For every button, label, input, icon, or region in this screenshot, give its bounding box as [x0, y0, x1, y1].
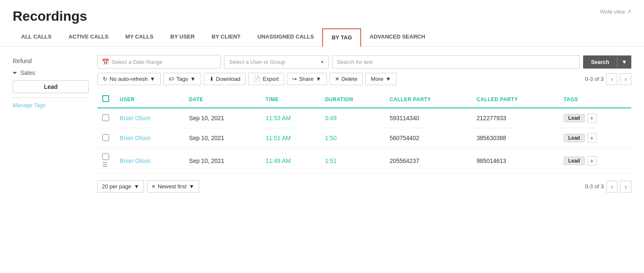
calendar-icon: 📅 [102, 58, 109, 65]
sort-icon: ≡ [152, 183, 155, 190]
tag-icon: 🏷 [169, 76, 174, 82]
share-dropdown-icon: ▼ [316, 76, 321, 82]
col-user: USER [115, 91, 184, 108]
row-duration-3: 1:51 [320, 148, 385, 174]
date-range-placeholder: Select a Date Range [112, 59, 162, 65]
row-user-1[interactable]: Brian Olson [115, 108, 184, 128]
tabs-bar: ALL CALLS ACTIVE CALLS MY CALLS BY USER … [0, 28, 644, 47]
prev-page-button[interactable]: ‹ [606, 73, 618, 85]
tag-badge-2: Lead [564, 134, 585, 142]
footer-count-label: 0-3 of 3 [585, 183, 604, 190]
row-called-party-1: 212277933 [471, 108, 559, 128]
more-button[interactable]: More ▼ [365, 73, 397, 85]
export-button[interactable]: 📄 Export [248, 73, 284, 85]
row-date-3: Sep 10, 2021 [184, 148, 260, 174]
row-caller-party-3: 205564237 [384, 148, 471, 174]
tab-all-calls[interactable]: ALL CALLS [13, 28, 60, 46]
row-duration-1: 0:49 [320, 108, 385, 128]
sidebar-item-sales[interactable]: Sales [13, 67, 89, 79]
manage-tags-link[interactable]: Manage Tags [13, 102, 89, 108]
row-date-2: Sep 10, 2021 [184, 128, 260, 148]
delete-button[interactable]: ✕ Delete [329, 73, 363, 85]
add-tag-button-1[interactable]: + [587, 113, 597, 123]
count-label: 0-3 of 3 [585, 76, 604, 82]
tags-dropdown-icon: ▼ [190, 76, 196, 82]
select-all-header[interactable] [97, 91, 115, 108]
col-caller-party: CALLER PARTY [384, 91, 471, 108]
tab-unassigned-calls[interactable]: UNASSIGNED CALLS [249, 28, 323, 46]
row-user-3[interactable]: Brian Olson [115, 148, 184, 174]
row-date-1: Sep 10, 2021 [184, 108, 260, 128]
download-label: Download [216, 76, 241, 82]
share-icon: ↪ [292, 76, 297, 82]
row-checkbox-cell[interactable] [97, 108, 115, 128]
tab-my-calls[interactable]: MY CALLS [117, 28, 162, 46]
row-time-3: 11:49 AM [260, 148, 320, 174]
download-button[interactable]: ⬇ Download [204, 73, 246, 85]
wide-view-toggle[interactable]: Wide view ↗ [600, 8, 631, 15]
tag-badge-3: Lead [564, 157, 585, 165]
per-page-label: 20 per page [102, 183, 131, 190]
content-area: Refund Sales Lead Manage Tags 📅 Select a… [0, 47, 644, 201]
transcript-icon: ☰ [102, 161, 108, 168]
filter-row: 📅 Select a Date Range Select a User or G… [97, 55, 631, 69]
wide-view-label: Wide view [600, 8, 625, 15]
sort-select[interactable]: ≡ Newest first ▼ [147, 180, 199, 193]
tags-label: Tags [176, 76, 188, 82]
delete-label: Delete [342, 76, 358, 82]
row-caller-party-1: 593114340 [384, 108, 471, 128]
search-dropdown-button[interactable]: ▼ [617, 55, 631, 69]
recordings-table: USER DATE TIME DURATION CALLER PARTY CAL… [97, 91, 631, 174]
expand-icon: ↗ [627, 8, 631, 15]
col-tags: TAGS [559, 91, 631, 108]
tab-by-user[interactable]: BY USER [162, 28, 203, 46]
tab-advanced-search[interactable]: ADVANCED SEARCH [361, 28, 433, 46]
export-label: Export [263, 76, 279, 82]
footer-next-page-button[interactable]: › [620, 181, 631, 193]
sidebar-sales-label: Sales [20, 69, 35, 76]
sort-label: Newest first [158, 183, 186, 190]
search-text-input[interactable]: Search for text [332, 55, 580, 69]
row-checkbox-cell[interactable] [97, 128, 115, 148]
add-tag-button-2[interactable]: + [587, 133, 597, 143]
tab-by-tag[interactable]: BY TAG [322, 28, 361, 47]
page-title: Recordings [13, 8, 87, 24]
sidebar-item-lead[interactable]: Lead [13, 80, 89, 93]
tags-button[interactable]: 🏷 Tags ▼ [163, 73, 201, 85]
date-range-filter[interactable]: 📅 Select a Date Range [97, 55, 221, 69]
row-caller-party-2: 560754402 [384, 128, 471, 148]
footer-prev-page-button[interactable]: ‹ [606, 181, 618, 193]
table-row: ☰ Brian Olson Sep 10, 2021 11:49 AM 1:51… [97, 148, 631, 174]
row-checkbox-cell[interactable]: ☰ [97, 148, 115, 174]
col-time: TIME [260, 91, 320, 108]
search-button[interactable]: Search [583, 55, 617, 69]
footer-count: 0-3 of 3 ‹ › [585, 181, 631, 193]
per-page-select[interactable]: 20 per page ▼ [97, 180, 144, 193]
sidebar-item-refund[interactable]: Refund [13, 55, 89, 67]
row-checkbox-1[interactable] [102, 114, 109, 121]
next-page-button[interactable]: › [620, 73, 631, 85]
more-dropdown-icon: ▼ [386, 76, 391, 82]
user-group-filter[interactable]: Select a User or Group ▼ [224, 55, 329, 69]
footer-bar: 20 per page ▼ ≡ Newest first ▼ 0-3 of 3 … [97, 180, 631, 193]
table-row: Brian Olson Sep 10, 2021 11:51 AM 1:50 5… [97, 128, 631, 148]
row-tags-3: Lead + [559, 148, 631, 174]
tab-active-calls[interactable]: ACTIVE CALLS [60, 28, 117, 46]
row-checkbox-3[interactable] [102, 153, 109, 160]
no-auto-refresh-button[interactable]: ↻ No auto-refresh ▼ [97, 73, 161, 85]
row-duration-2: 1:50 [320, 128, 385, 148]
caret-icon [13, 72, 17, 74]
row-user-2[interactable]: Brian Olson [115, 128, 184, 148]
row-checkbox-2[interactable] [102, 134, 109, 141]
table-row: Brian Olson Sep 10, 2021 11:53 AM 0:49 5… [97, 108, 631, 128]
share-button[interactable]: ↪ Share ▼ [287, 73, 327, 85]
toolbar-count: 0-3 of 3 ‹ › [585, 73, 631, 85]
tab-by-client[interactable]: BY CLIENT [203, 28, 249, 46]
page-header: Recordings Wide view ↗ [0, 0, 644, 28]
add-tag-button-3[interactable]: + [587, 156, 597, 165]
row-time-1: 11:53 AM [260, 108, 320, 128]
select-all-checkbox[interactable] [102, 95, 109, 102]
sidebar-divider [13, 97, 89, 98]
row-tags-1: Lead + [559, 108, 631, 128]
dropdown-arrow-icon: ▼ [320, 60, 324, 64]
